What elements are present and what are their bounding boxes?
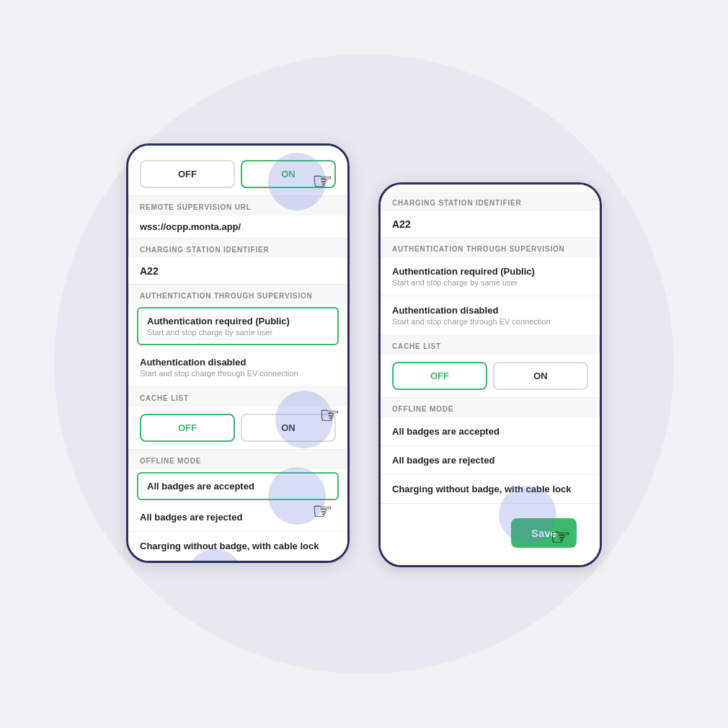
save-button[interactable]: Save <box>511 518 577 548</box>
right-cache-off-btn[interactable]: OFF <box>392 362 487 390</box>
remote-supervision-label: REMOTE SUPERVISION URL <box>128 196 347 216</box>
left-auth-option2-title: Authentication disabled <box>140 357 336 368</box>
left-offline-label: OFFLINE MODE <box>128 450 347 469</box>
right-identifier-label: CHARGING STATION IDENTIFIER <box>381 192 600 211</box>
left-auth-label: AUTHENTICATION THROUGH SUPERVISION <box>128 285 347 304</box>
right-auth-option1-title: Authentication required (Public) <box>392 266 588 277</box>
right-auth-option2[interactable]: Authentication disabled Start and stop c… <box>381 296 600 335</box>
right-auth-option1[interactable]: Authentication required (Public) Start a… <box>381 257 600 296</box>
top-toggle-row: OFF ON <box>128 153 347 196</box>
left-offline-option3-title: Charging without badge, with cable lock <box>140 541 336 551</box>
left-phone: OFF ON REMOTE SUPERVISION URL wss://ocpp… <box>126 143 350 563</box>
right-cache-toggle-row: OFF ON <box>381 355 600 398</box>
right-offline-label: OFFLINE MODE <box>381 398 600 417</box>
right-offline-option2[interactable]: All badges are rejected <box>381 446 600 475</box>
right-offline-option3-title: Charging without badge, with cable lock <box>392 484 588 494</box>
left-offline-option2[interactable]: All badges are rejected <box>128 503 347 532</box>
right-phone: CHARGING STATION IDENTIFIER A22 AUTHENTI… <box>378 182 602 567</box>
right-offline-option3[interactable]: Charging without badge, with cable lock <box>381 475 600 504</box>
remote-url-value: wss://ocpp.monta.app/ <box>128 216 347 239</box>
left-identifier-label: CHARGING STATION IDENTIFIER <box>128 239 347 258</box>
background-circle: OFF ON REMOTE SUPERVISION URL wss://ocpp… <box>54 54 674 674</box>
left-cache-off-btn[interactable]: OFF <box>140 414 235 442</box>
phones-container: OFF ON REMOTE SUPERVISION URL wss://ocpp… <box>126 161 602 567</box>
left-cache-on-btn[interactable]: ON <box>241 414 336 442</box>
right-offline-option2-title: All badges are rejected <box>392 455 588 466</box>
right-auth-option1-subtitle: Start and stop charge by same user <box>392 278 588 287</box>
top-toggle-off-btn[interactable]: OFF <box>140 160 235 188</box>
left-cache-label: CACHE LIST <box>128 387 347 407</box>
right-auth-option2-subtitle: Start and stop charge through EV connect… <box>392 317 588 326</box>
left-offline-option2-title: All badges are rejected <box>140 512 336 523</box>
right-auth-option2-title: Authentication disabled <box>392 305 588 316</box>
left-auth-option2-subtitle: Start and stop charge through EV connect… <box>140 369 336 378</box>
right-auth-label: AUTHENTICATION THROUGH SUPERVISION <box>381 238 600 257</box>
top-toggle-on-btn[interactable]: ON <box>241 160 336 188</box>
right-identifier-value: A22 <box>381 211 600 238</box>
left-auth-option1[interactable]: Authentication required (Public) Start a… <box>137 307 339 345</box>
right-offline-option1[interactable]: All badges are accepted <box>381 417 600 446</box>
right-offline-option1-title: All badges are accepted <box>392 426 588 437</box>
left-offline-option1[interactable]: All badges are accepted <box>137 472 339 500</box>
left-cache-toggle-row: OFF ON <box>128 407 347 450</box>
save-row: Save <box>381 504 600 565</box>
right-cache-label: CACHE LIST <box>381 335 600 355</box>
left-auth-option2[interactable]: Authentication disabled Start and stop c… <box>128 348 347 387</box>
left-identifier-value: A22 <box>128 258 347 285</box>
left-offline-option3[interactable]: Charging without badge, with cable lock <box>128 532 347 561</box>
right-cache-on-btn[interactable]: ON <box>493 362 588 390</box>
left-auth-option1-subtitle: Start and stop charge by same user <box>147 328 329 337</box>
left-offline-option1-title: All badges are accepted <box>147 481 329 492</box>
left-auth-option1-title: Authentication required (Public) <box>147 316 329 327</box>
